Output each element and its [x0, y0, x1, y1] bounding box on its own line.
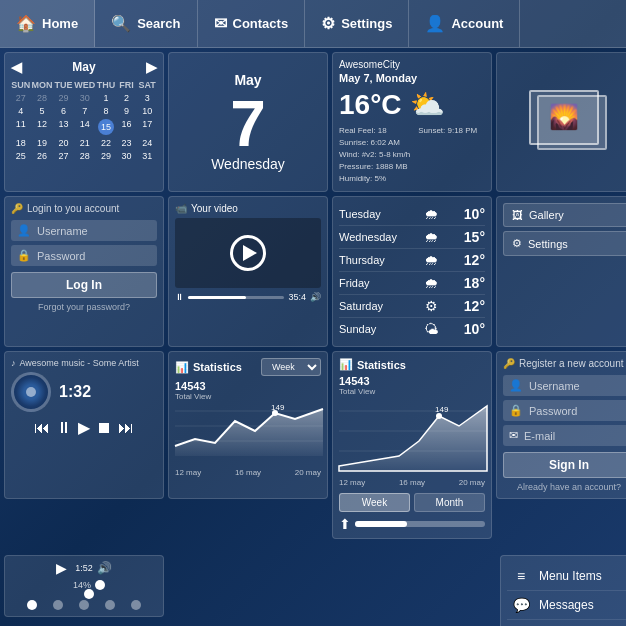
- cal-day[interactable]: 24: [137, 137, 157, 149]
- forecast-tuesday: Tuesday 🌧 10°: [339, 203, 485, 226]
- cal-day[interactable]: 9: [117, 105, 137, 117]
- cal-day[interactable]: 1: [96, 92, 116, 104]
- cal-day[interactable]: 26: [32, 150, 53, 162]
- stop-button[interactable]: ⏹: [96, 419, 112, 437]
- cal-day[interactable]: 21: [74, 137, 95, 149]
- stats1-total: 14543: [175, 380, 321, 392]
- cal-day[interactable]: 7: [74, 105, 95, 117]
- menu-item-call[interactable]: 📞 Call: [507, 620, 626, 626]
- cal-day[interactable]: 22: [96, 137, 116, 149]
- main-grid: ◀ May ▶ SUN MON TUE WED THU FRI SAT 27 2…: [0, 48, 626, 543]
- slider-thumb-1[interactable]: [95, 580, 105, 590]
- nav-home[interactable]: 🏠 Home: [0, 0, 95, 47]
- nav-contacts[interactable]: ✉ Contacts: [198, 0, 306, 47]
- cal-day[interactable]: 15: [96, 118, 116, 136]
- cal-next[interactable]: ▶: [146, 59, 157, 75]
- username-row: 👤: [11, 220, 157, 241]
- cal-day[interactable]: 11: [11, 118, 31, 136]
- username-input[interactable]: [37, 225, 151, 237]
- weather-details: Real Feel: 18 Sunrise: 6:02 AM Wind: #v2…: [339, 125, 485, 185]
- forecast-temp: 18°: [464, 275, 485, 291]
- cal-day[interactable]: 2: [117, 92, 137, 104]
- reg-username-input[interactable]: [529, 380, 626, 392]
- next-button[interactable]: ⏭: [118, 419, 134, 437]
- dot-2[interactable]: [53, 600, 63, 610]
- cal-day[interactable]: 29: [54, 92, 74, 104]
- play-music-button[interactable]: ▶: [78, 418, 90, 437]
- dot-3[interactable]: [79, 600, 89, 610]
- settings-button[interactable]: ⚙ Settings: [503, 231, 626, 256]
- cal-day[interactable]: 19: [32, 137, 53, 149]
- forecast-sunday: Sunday 🌤 10°: [339, 318, 485, 340]
- forecast-day-label: Tuesday: [339, 208, 399, 220]
- cal-day[interactable]: 14: [74, 118, 95, 136]
- audio-play-icon[interactable]: ▶: [56, 560, 67, 576]
- vinyl-center: [26, 387, 36, 397]
- nav-account[interactable]: 👤 Account: [409, 0, 520, 47]
- cal-day[interactable]: 28: [74, 150, 95, 162]
- cal-day[interactable]: 12: [32, 118, 53, 136]
- nav-search[interactable]: 🔍 Search: [95, 0, 197, 47]
- prev-button[interactable]: ⏮: [34, 419, 50, 437]
- vinyl-icon: [11, 372, 51, 412]
- cal-day[interactable]: 25: [11, 150, 31, 162]
- cal-day[interactable]: 8: [96, 105, 116, 117]
- cal-day[interactable]: 23: [117, 137, 137, 149]
- cal-day[interactable]: 29: [96, 150, 116, 162]
- dot-4[interactable]: [105, 600, 115, 610]
- cal-day[interactable]: 20: [54, 137, 74, 149]
- cal-day[interactable]: 5: [32, 105, 53, 117]
- cal-day[interactable]: 18: [11, 137, 31, 149]
- cal-day[interactable]: 30: [117, 150, 137, 162]
- cal-day[interactable]: 16: [117, 118, 137, 136]
- menu-item-messages[interactable]: 💬 Messages: [507, 591, 626, 620]
- cal-dow-fri: FRI: [117, 79, 137, 91]
- forecast-friday: Friday 🌧 18°: [339, 272, 485, 295]
- forgot-password[interactable]: Forgot your password?: [11, 302, 157, 312]
- cal-dow-wed: WED: [74, 79, 95, 91]
- cal-day[interactable]: 3: [137, 92, 157, 104]
- cal-day[interactable]: 17: [137, 118, 157, 136]
- month-button[interactable]: Month: [414, 493, 485, 512]
- slider-row-1: 14%: [73, 580, 95, 590]
- dot-5[interactable]: [131, 600, 141, 610]
- reg-email-input[interactable]: [524, 430, 626, 442]
- cal-day[interactable]: 4: [11, 105, 31, 117]
- dot-1[interactable]: [27, 600, 37, 610]
- menu-item-menu[interactable]: ≡ Menu Items: [507, 562, 626, 591]
- signin-button[interactable]: Sign In: [503, 452, 626, 478]
- gallery-button[interactable]: 🖼 Gallery: [503, 203, 626, 227]
- forecast-icon: 🌧: [424, 275, 438, 291]
- login-button[interactable]: Log In: [11, 272, 157, 298]
- play-button[interactable]: [230, 235, 266, 271]
- weather-sunset: Sunset: 9:18 PM: [418, 125, 477, 137]
- cal-day[interactable]: 28: [32, 92, 53, 104]
- video-icon: 📹: [175, 203, 187, 214]
- week-button[interactable]: Week: [339, 493, 410, 512]
- login-panel: 🔑 Login to you account 👤 🔒 Log In Forgot…: [4, 196, 164, 347]
- cal-day[interactable]: 27: [54, 150, 74, 162]
- reg-password-input[interactable]: [529, 405, 626, 417]
- password-input[interactable]: [37, 250, 151, 262]
- cal-day[interactable]: 13: [54, 118, 74, 136]
- forecast-icon: 🌧: [424, 229, 438, 245]
- login-title: 🔑 Login to you account: [11, 203, 157, 214]
- cal-prev[interactable]: ◀: [11, 59, 22, 75]
- cal-dow-thu: THU: [96, 79, 116, 91]
- pause-button[interactable]: ⏸: [56, 419, 72, 437]
- cal-day[interactable]: 10: [137, 105, 157, 117]
- video-thumbnail[interactable]: [175, 218, 321, 288]
- already-account[interactable]: Already have an account?: [503, 482, 626, 492]
- calendar-grid: SUN MON TUE WED THU FRI SAT 27 28 29 30 …: [11, 79, 157, 162]
- cal-day[interactable]: 27: [11, 92, 31, 104]
- nav-settings[interactable]: ⚙ Settings: [305, 0, 409, 47]
- menu-panel: ≡ Menu Items 💬 Messages 📞 Call 🖼 Gallery…: [500, 555, 626, 626]
- cal-day[interactable]: 30: [74, 92, 95, 104]
- music-icon: ♪: [11, 358, 16, 368]
- cal-day[interactable]: 6: [54, 105, 74, 117]
- menu-item-label: Menu Items: [539, 569, 602, 583]
- slider-thumb-2[interactable]: [84, 589, 94, 599]
- stats1-dropdown[interactable]: Week Month: [261, 358, 321, 376]
- video-progress-bar[interactable]: [188, 296, 284, 299]
- cal-day[interactable]: 31: [137, 150, 157, 162]
